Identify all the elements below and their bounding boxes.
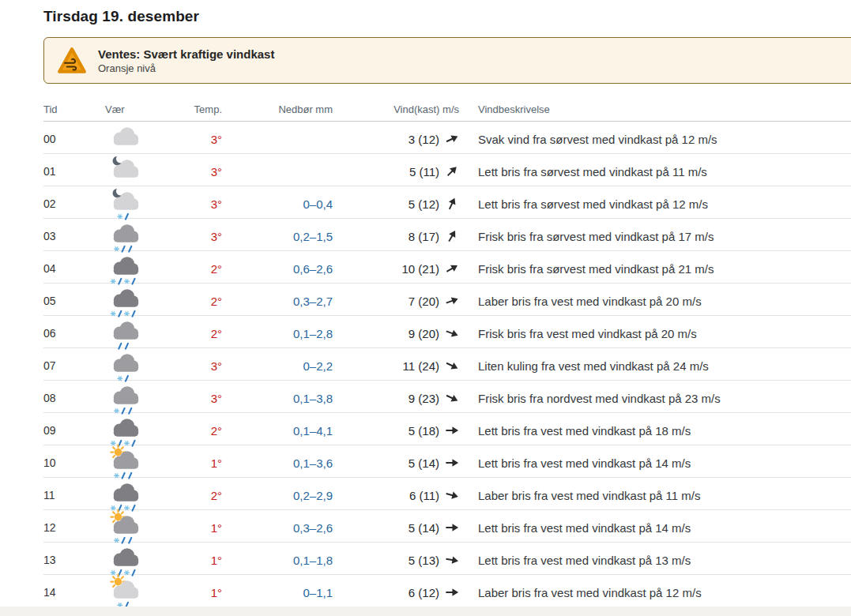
temp-cell: 3° [156,230,222,243]
time-cell: 11 [43,489,105,501]
weather-icon-cell [105,348,156,383]
wind-description-cell: Laber bris fra vest med vindkast på 12 m… [459,586,851,599]
cloud-precip-icon [108,316,143,351]
wind-description-cell: Frisk bris fra vest med vindkast på 20 m… [459,327,851,340]
temp-cell: 2° [156,262,222,276]
moon-cloud-precip-icon [108,186,143,221]
wind-value: 11 (24) [403,359,439,373]
wind-value: 8 (17) [409,230,439,243]
wind-cell: 5 (11) [333,164,459,178]
temp-cell: 3° [156,359,222,373]
wind-cell: 7 (20) [333,294,459,308]
forecast-row-09: 092°0,1–4,15 (18)Lett bris fra vest med … [43,413,851,445]
weather-icon-cell [105,154,156,189]
sun-cloud-precip-icon [108,575,143,610]
wind-value: 9 (23) [409,392,439,405]
temp-cell: 2° [156,327,222,340]
weather-icon-cell [105,445,156,480]
cloud-precip-icon [108,478,143,513]
weather-icon-cell [105,284,156,318]
wind-description-cell: Frisk bris fra nordvest med vindkast på … [459,392,851,405]
precip-cell: 0,1–3,6 [222,456,333,470]
weather-forecast-page: Tirsdag 19. desember Ventes: Svært kraft… [0,0,851,616]
header-weather: Vær [105,103,156,115]
cloud-precip-icon [108,219,143,254]
weather-warning-banner[interactable]: Ventes: Svært kraftige vindkast Oransje … [43,37,851,84]
sun-cloud-precip-icon [108,445,143,480]
precip-cell: 0,2–2,9 [222,489,333,502]
precip-cell: 0,6–2,6 [222,262,333,276]
wind-direction-arrow-icon [445,585,459,599]
temp-cell: 3° [156,197,222,211]
wind-cell: 8 (17) [333,229,459,243]
forecast-row-00: 003°3 (12)Svak vind fra sørvest med vind… [43,122,851,154]
forecast-row-01: 013°5 (11)Lett bris fra sørvest med vind… [43,154,851,186]
table-body: 003°3 (12)Svak vind fra sørvest med vind… [43,122,851,607]
time-cell: 13 [43,554,105,566]
cloud-precip-icon [108,348,143,383]
wind-description-cell: Lett bris fra vest med vindkast på 18 m/… [459,424,851,438]
wind-warning-triangle-icon [57,47,87,75]
forecast-row-05: 052°0,3–2,77 (20)Laber bris fra vest med… [43,284,851,316]
wind-description-cell: Lett bris fra sørvest med vindkast på 12… [459,197,851,211]
cloud-precip-icon [108,413,143,448]
temp-cell: 3° [156,392,222,405]
wind-description-cell: Laber bris fra vest med vindkast på 11 m… [459,489,851,502]
forecast-table: Tid Vær Temp. Nedbør mm Vind(kast) m/s V… [43,98,851,607]
wind-description-cell: Laber bris fra vest med vindkast på 20 m… [459,295,851,308]
time-cell: 07 [43,359,105,372]
wind-value: 5 (11) [409,165,439,178]
wind-value: 5 (13) [409,554,439,567]
forecast-row-04: 042°0,6–2,610 (21)Frisk bris fra sørvest… [43,251,851,284]
wind-value: 3 (12) [409,133,439,146]
wind-description-cell: Frisk bris fra sørvest med vindkast på 2… [459,262,851,276]
wind-value: 6 (11) [409,489,439,502]
wind-cell: 6 (12) [333,585,459,599]
table-header-row: Tid Vær Temp. Nedbør mm Vind(kast) m/s V… [43,98,851,122]
wind-cell: 3 (12) [333,132,459,146]
precip-cell: 0–1,1 [222,586,333,599]
time-cell: 06 [43,327,105,340]
time-cell: 02 [43,197,105,210]
time-cell: 10 [43,456,105,469]
wind-description-cell: Lett bris fra vest med vindkast på 14 m/… [459,521,851,535]
warning-text-block: Ventes: Svært kraftige vindkast Oransje … [98,47,274,74]
wind-cell: 9 (20) [333,326,459,340]
weather-icon-cell [105,543,156,577]
wind-cell: 10 (21) [333,261,459,276]
weather-icon-cell [105,575,156,610]
wind-direction-arrow-icon [443,486,461,504]
wind-value: 6 (12) [409,586,439,599]
temp-cell: 2° [156,295,222,308]
wind-direction-arrow-icon [445,520,459,535]
wind-value: 10 (21) [401,262,439,276]
forecast-row-14: 141°0–1,16 (12)Laber bris fra vest med v… [43,575,851,607]
wind-description-cell: Liten kuling fra vest med vindkast på 24… [459,359,851,373]
weather-icon-cell [105,251,156,286]
page-title: Tirsdag 19. desember [43,8,851,25]
precip-cell: 0,1–3,8 [222,392,333,405]
wind-cell: 5 (14) [333,520,459,535]
weather-icon-cell [105,186,156,221]
forecast-row-08: 083°0,1–3,89 (23)Frisk bris fra nordvest… [43,381,851,413]
precip-cell: 0,1–1,8 [222,554,333,567]
weather-icon-cell [105,316,156,351]
temp-cell: 1° [156,456,222,470]
precip-cell: 0,3–2,6 [222,521,333,535]
wind-description-cell: Lett bris fra vest med vindkast på 14 m/… [459,456,851,470]
time-cell: 00 [43,133,105,145]
forecast-row-12: 121°0,3–2,65 (14)Lett bris fra vest med … [43,510,851,543]
time-cell: 03 [43,230,105,242]
wind-description-cell: Lett bris fra sørvest med vindkast på 11… [459,165,851,178]
cloud-precip-icon [108,543,143,577]
header-temp: Temp. [156,103,222,115]
warning-level: Oransje nivå [98,62,274,74]
forecast-row-07: 073°0–2,211 (24)Liten kuling fra vest me… [43,348,851,381]
forecast-row-11: 112°0,2–2,96 (11)Laber bris fra vest med… [43,478,851,510]
weather-icon-cell [105,510,156,545]
wind-direction-arrow-icon [445,456,459,470]
wind-description-cell: Frisk bris fra sørvest med vindkast på 1… [459,230,851,243]
temp-cell: 1° [156,554,222,567]
precip-cell: 0–0,4 [222,197,333,211]
cloud-precip-icon [108,251,143,286]
